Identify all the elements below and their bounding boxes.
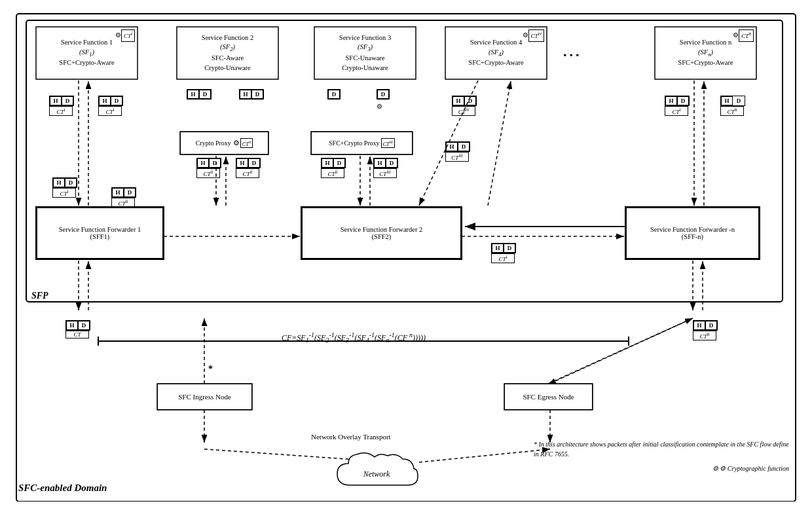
sfn-gear-icon: ⚙ — [733, 31, 739, 40]
sf1-subtitle: SFC+Crypto-Aware — [59, 58, 114, 68]
sfc-crypto-proxy-title: SFC+Crypto Proxy — [329, 139, 380, 147]
star-label: * — [208, 364, 213, 375]
sff2-title: Service Function Forwarder 2 — [341, 226, 423, 233]
sf1-gear-icon: ⚙ — [115, 31, 121, 40]
crypto-function-note: ⚙ ⚙ Cryptographic function — [712, 465, 789, 472]
hd-sfn-left: H D CTi — [665, 96, 690, 116]
sfc-egress-node: SFC Egress Node — [504, 384, 593, 410]
sf3-subtitle: SFC-UnawareCrypto-Unaware — [342, 54, 388, 73]
ellipsis: ... — [563, 43, 582, 60]
sfc-domain-label: SFC-enabled Domain — [18, 483, 107, 494]
hd-sf2-left: H D — [187, 89, 212, 100]
crypto-function-text: ⚙ Cryptographic function — [720, 465, 789, 472]
sff1-subtitle: (SFF1) — [90, 233, 110, 240]
crypto-proxy-box: Crypto Proxy ⚙ CTii — [180, 132, 268, 155]
hd-sff2-sffn: H D CTi — [491, 243, 516, 263]
sf2-title: Service Function 2 — [202, 33, 253, 43]
sfc-egress-label: SFC Egress Node — [523, 393, 574, 401]
svg-line-38 — [548, 318, 693, 384]
sfc-crypto-proxy-ct: CTiii — [381, 138, 395, 149]
hd-sf3: D — [327, 89, 341, 100]
hd-scp-1: H D CTii — [321, 158, 346, 178]
sfn-box: Service Function n (SFn) SFC+Crypto-Awar… — [655, 27, 756, 79]
sfn-math: (SFn) — [698, 48, 713, 58]
formula-box: CF=SF1-1(SF2-1(SF3-1(SF4-1(SFn-1(CF n)))… — [170, 331, 537, 344]
sf4-title: Service Function 4 — [470, 38, 522, 48]
hd-scp-2: H D CTiii — [373, 158, 398, 178]
sf2-math: (SF2) — [220, 43, 235, 53]
sfc-ingress-node: SFC Ingress Node — [157, 384, 252, 410]
sfn-ct: CTn — [739, 29, 754, 42]
sf4-subtitle: SFC+Crypto-Aware — [468, 58, 523, 68]
sf2-subtitle: SFC-AwareCrypto-Unaware — [204, 54, 251, 73]
sf1-ct: CTi — [121, 29, 135, 42]
sf4-box: Service Function 4 (SF4) SFC+Crypto-Awar… — [445, 27, 547, 79]
hd-sf4: H D CTiv — [452, 96, 477, 116]
hd-sf1-left: H D CTi — [49, 96, 74, 116]
diagram-container: SFP SFC-enabled Domain Service Function … — [13, 10, 799, 502]
sf4-ct: CTiv — [528, 29, 544, 42]
sfn-subtitle: SFC+Crypto-Aware — [678, 58, 733, 68]
footnote: * In this architecture shows packets aft… — [534, 439, 789, 459]
sf3-box: Service Function 3 (SF3) SFC-UnawareCryp… — [314, 27, 416, 79]
sff1-box: Service Function Forwarder 1 (SFF1) — [36, 207, 164, 259]
sffn-title: Service Function Forwarder -n — [650, 226, 735, 233]
sfn-title: Service Function n — [680, 38, 731, 48]
sf1-box: Service Function 1 (SF1) SFC+Crypto-Awar… — [36, 27, 138, 79]
hd-sf3-right: D ⚙ — [377, 89, 390, 111]
sf4-gear-icon: ⚙ — [523, 31, 528, 40]
crypto-proxy-ct: CTii — [240, 138, 253, 149]
svg-line-37 — [548, 318, 693, 384]
crypto-proxy-title: Crypto Proxy — [196, 139, 231, 147]
sfc-crypto-proxy-box: SFC+Crypto Proxy CTiii — [311, 132, 413, 155]
svg-line-29 — [488, 81, 511, 206]
hd-formula-left: H D CT — [65, 320, 90, 338]
hd-cp-2: H D CTii — [236, 158, 261, 178]
crypto-proxy-gear: ⚙ — [233, 139, 240, 147]
sff2-subtitle: (SFF2) — [372, 233, 392, 240]
sff2-box: Service Function Forwarder 2 (SFF2) — [301, 207, 462, 259]
hd-sfn-right: H D CTn — [720, 96, 745, 116]
hd-sf4-2: H D CTiii — [445, 141, 470, 162]
network-overlay-text: Network Overlay Transport — [311, 433, 391, 441]
hd-sff1-2: H D CTii — [111, 187, 136, 208]
hd-sff1-1: H D CTi — [52, 177, 77, 198]
sf3-math: (SF3) — [358, 43, 373, 53]
formula-text: CF=SF1-1(SF2-1(SF3-1(SF4-1(SFn-1(CF n)))… — [282, 333, 426, 342]
sffn-box: Service Function Forwarder -n (SFF-n) — [625, 207, 760, 259]
sffn-subtitle: (SFF-n) — [682, 233, 703, 240]
hd-cp-1: H D CTii — [196, 158, 221, 178]
sff1-title: Service Function Forwarder 1 — [59, 226, 141, 233]
hd-formula-right: H D CTn — [693, 320, 718, 340]
sf1-title: Service Function 1 — [61, 38, 113, 48]
svg-text:Network: Network — [363, 469, 390, 479]
hd-sf2-right: H D — [239, 89, 264, 100]
sf3-title: Service Function 3 — [339, 33, 391, 43]
sf1-math: (SF1) — [79, 48, 94, 58]
network-cloud: Network — [334, 449, 419, 495]
sf2-box: Service Function 2 (SF2) SFC-AwareCrypto… — [177, 27, 278, 79]
sf4-math: (SF4) — [489, 48, 504, 58]
hd-sf1-right: H D CTi — [98, 96, 123, 116]
sfc-ingress-label: SFC Ingress Node — [178, 393, 231, 401]
sfp-label: SFP — [31, 291, 48, 496]
gear-crypto-icon: ⚙ — [712, 465, 718, 472]
network-overlay-label: Network Overlay Transport — [311, 433, 391, 441]
svg-line-41 — [419, 449, 550, 462]
footnote-text: * In this architecture shows packets aft… — [534, 441, 789, 458]
